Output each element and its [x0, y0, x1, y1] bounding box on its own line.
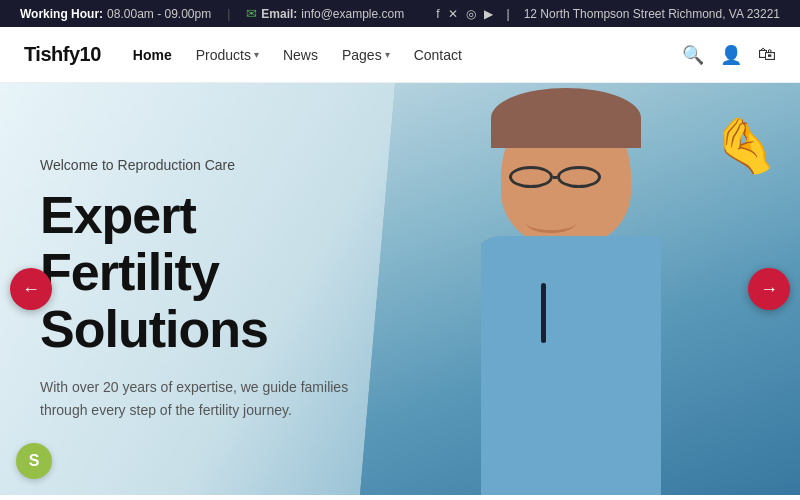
hero-content: Welcome to Reproduction Care Expert Fert…: [0, 157, 420, 421]
navigation: Tishfy10 Home Products ▾ News Pages ▾ Co…: [0, 27, 800, 83]
email-label: Email:: [261, 7, 297, 21]
chevron-down-icon-pages: ▾: [385, 49, 390, 60]
divider-2: |: [507, 7, 510, 21]
hero-title-line1: Expert: [40, 186, 196, 244]
nav-item-products[interactable]: Products ▾: [196, 47, 259, 63]
youtube-icon[interactable]: ▶: [484, 7, 493, 21]
nav-links: Home Products ▾ News Pages ▾ Contact: [133, 46, 682, 64]
working-hour-value: 08.00am - 09.00pm: [107, 7, 211, 21]
address: 12 North Thompson Street Richmond, VA 23…: [524, 7, 780, 21]
search-icon[interactable]: 🔍: [682, 44, 704, 66]
logo[interactable]: Tishfy10: [24, 43, 101, 66]
cart-icon[interactable]: 🛍: [758, 44, 776, 65]
hero-background-image: 🤌: [360, 83, 800, 495]
nav-link-home[interactable]: Home: [133, 47, 172, 63]
shopify-badge[interactable]: S: [16, 443, 52, 479]
facebook-icon[interactable]: f: [436, 7, 439, 21]
nav-item-pages[interactable]: Pages ▾: [342, 47, 390, 63]
chevron-down-icon: ▾: [254, 49, 259, 60]
instagram-icon[interactable]: ◎: [466, 7, 476, 21]
email-info: ✉ Email: info@example.com: [246, 6, 404, 21]
nav-item-contact[interactable]: Contact: [414, 46, 462, 64]
nav-item-news[interactable]: News: [283, 46, 318, 64]
email-value: info@example.com: [301, 7, 404, 21]
nav-link-contact[interactable]: Contact: [414, 47, 462, 63]
hero-title: Expert Fertility Solutions: [40, 187, 380, 359]
hero-welcome-text: Welcome to Reproduction Care: [40, 157, 380, 173]
nav-item-home[interactable]: Home: [133, 46, 172, 64]
divider-1: |: [227, 7, 230, 21]
hero-title-line2: Fertility: [40, 243, 219, 301]
nav-link-products[interactable]: Products ▾: [196, 47, 259, 63]
nav-icons: 🔍 👤 🛍: [682, 44, 776, 66]
hero-title-line3: Solutions: [40, 300, 268, 358]
nav-link-news[interactable]: News: [283, 47, 318, 63]
prev-slide-button[interactable]: ←: [10, 268, 52, 310]
working-hour: Working Hour: 08.00am - 09.00pm: [20, 7, 211, 21]
top-bar: Working Hour: 08.00am - 09.00pm | ✉ Emai…: [0, 0, 800, 27]
social-links: f ✕ ◎ ▶ | 12 North Thompson Street Richm…: [436, 7, 780, 21]
next-slide-button[interactable]: →: [748, 268, 790, 310]
hero-description: With over 20 years of expertise, we guid…: [40, 376, 380, 421]
user-icon[interactable]: 👤: [720, 44, 742, 66]
working-hour-label: Working Hour:: [20, 7, 103, 21]
twitter-icon[interactable]: ✕: [448, 7, 458, 21]
email-icon: ✉: [246, 6, 257, 21]
hero-section: 🤌 Welcome to Reproduction Care Expert Fe…: [0, 83, 800, 495]
nav-link-pages[interactable]: Pages ▾: [342, 47, 390, 63]
